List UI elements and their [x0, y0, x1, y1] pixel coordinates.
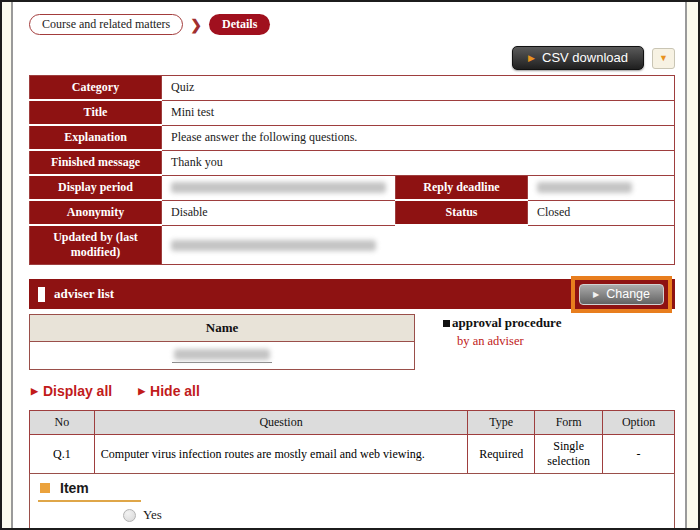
radio-option: Yes — [123, 507, 666, 523]
table-row: Finished message Thank you — [30, 150, 675, 175]
hide-all-link[interactable]: ▶ Hide all — [138, 383, 200, 399]
expand-links: ▶ Display all ▶ Hide all — [31, 383, 675, 399]
adviser-list-header: adviser list ▶ Change — [29, 279, 675, 309]
question-option: - — [603, 435, 675, 474]
table-row: Title Mini test — [30, 100, 675, 125]
dropdown-toggle-button[interactable]: ▼ — [652, 48, 675, 69]
table-row: Updated by (last modified) — [30, 225, 675, 265]
col-header-question: Question — [94, 411, 467, 435]
row-value: Quiz — [162, 76, 675, 101]
table-row — [30, 342, 414, 369]
radio-button-yes[interactable] — [123, 509, 136, 522]
approval-procedure: approval procedure by an adviser — [415, 314, 561, 370]
highlight-box: ▶ Change — [571, 276, 672, 313]
table-row: Anonymity Disable Status Closed — [30, 200, 675, 225]
breadcrumb-current[interactable]: Details — [209, 14, 270, 35]
redacted-text — [171, 240, 376, 251]
table-row: Category Quiz — [30, 76, 675, 101]
name-column-header: Name — [30, 315, 414, 342]
approval-heading: approval procedure — [452, 315, 561, 331]
hide-all-label: Hide all — [150, 383, 200, 399]
col-header-no: No — [30, 411, 95, 435]
play-icon: ▶ — [593, 290, 599, 299]
details-table: Category Quiz Title Mini test Explanatio… — [29, 75, 675, 265]
chevron-down-icon: ▼ — [659, 53, 668, 63]
approval-value: by an adviser — [457, 334, 561, 349]
col-header-type: Type — [468, 411, 535, 435]
row-value-redacted — [162, 225, 675, 265]
play-icon: ▶ — [138, 386, 145, 396]
breadcrumb-parent[interactable]: Course and related matters — [29, 14, 183, 35]
change-button[interactable]: ▶ Change — [579, 284, 664, 305]
breadcrumb: Course and related matters ❯ Details — [29, 14, 675, 35]
adviser-name-link[interactable] — [172, 349, 272, 363]
row-label: Title — [30, 100, 162, 125]
screenshot-frame: Course and related matters ❯ Details ▶ C… — [0, 0, 700, 530]
row-value: Thank you — [162, 150, 675, 175]
adviser-name-section: Name approval procedure by an adviser — [29, 314, 675, 370]
table-row: Q.1 Computer virus infection routes are … — [30, 435, 675, 474]
item-section-title: Item — [60, 480, 89, 496]
chevron-right-icon: ❯ — [190, 17, 202, 33]
col-header-form: Form — [535, 411, 603, 435]
row-label: Explanation — [30, 125, 162, 150]
redacted-text — [171, 182, 386, 193]
row-value: Mini test — [162, 100, 675, 125]
row-label: Updated by (last modified) — [30, 225, 162, 265]
csv-download-label: CSV download — [542, 50, 628, 65]
row-label: Anonymity — [30, 200, 162, 225]
row-value: Disable — [162, 200, 396, 225]
row-label: Display period — [30, 175, 162, 200]
row-value: Closed — [528, 200, 675, 225]
row-value: Please answer the following questions. — [162, 125, 675, 150]
table-header-row: No Question Type Form Option — [30, 411, 675, 435]
col-header-option: Option — [603, 411, 675, 435]
table-row: Explanation Please answer the following … — [30, 125, 675, 150]
orange-square-icon — [40, 483, 50, 493]
toolbar: ▶ CSV download ▼ — [29, 46, 675, 70]
row-label: Status — [396, 200, 528, 225]
row-label: Category — [30, 76, 162, 101]
question-type: Required — [468, 435, 535, 474]
question-no: Q.1 — [30, 435, 95, 474]
row-value-redacted — [528, 175, 675, 200]
row-label: Reply deadline — [396, 175, 528, 200]
question-table: No Question Type Form Option Q.1 Compute… — [29, 410, 675, 474]
redacted-text — [174, 349, 270, 360]
question-form: Single selection — [535, 435, 603, 474]
redacted-text — [537, 182, 632, 193]
adviser-list-title: adviser list — [54, 286, 114, 302]
display-all-label: Display all — [43, 383, 112, 399]
change-button-label: Change — [606, 287, 650, 301]
name-table: Name — [29, 314, 415, 370]
csv-download-button[interactable]: ▶ CSV download — [512, 46, 644, 70]
display-all-link[interactable]: ▶ Display all — [31, 383, 112, 399]
row-value-redacted — [162, 175, 396, 200]
square-bullet-icon — [443, 320, 450, 327]
item-section: Item Yes No — [29, 473, 675, 528]
radio-label: Yes — [143, 507, 162, 523]
content-panel: Course and related matters ❯ Details ▶ C… — [11, 2, 687, 528]
section-bar-icon — [38, 287, 45, 302]
play-icon: ▶ — [31, 386, 38, 396]
question-text: Computer virus infection routes are most… — [94, 435, 467, 474]
table-row: Display period Reply deadline — [30, 175, 675, 200]
row-label: Finished message — [30, 150, 162, 175]
play-icon: ▶ — [528, 53, 535, 63]
